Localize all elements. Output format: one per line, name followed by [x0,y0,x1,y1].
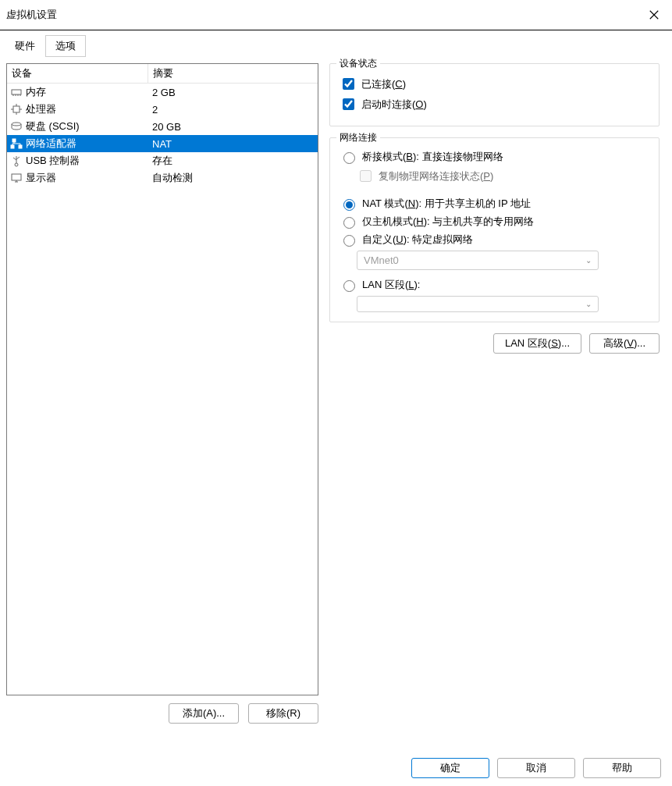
custom-radio[interactable] [343,235,355,247]
lanseg-radio[interactable] [343,280,355,292]
nat-label: NAT 模式(N): 用于共享主机的 IP 地址 [362,197,531,211]
footer-buttons: 确定 取消 帮助 [411,758,661,778]
device-list: 设备 摘要 内存 2 GB 处理器 2 硬盘 (SCSI) 20 GB 网络适配… [6,63,318,695]
lanseg-select: ⌄ [357,296,599,312]
device-name: 处理器 [26,102,148,116]
svg-rect-13 [12,139,16,142]
chevron-down-icon: ⌄ [585,256,592,265]
custom-label: 自定义(U): 特定虚拟网络 [362,233,473,247]
device-row-display[interactable]: 显示器 自动检测 [7,169,318,187]
cancel-button[interactable]: 取消 [497,758,575,778]
window-title: 虚拟机设置 [6,8,57,22]
device-name: 硬盘 (SCSI) [26,119,148,133]
add-button[interactable]: 添加(A)... [169,703,239,724]
right-buttons: LAN 区段(S)... 高级(V)... [329,333,660,354]
header-summary[interactable]: 摘要 [148,64,318,83]
device-name: USB 控制器 [26,154,148,168]
connected-checkbox-row[interactable]: 已连接(C) [340,76,649,92]
svg-point-20 [15,163,18,166]
svg-rect-15 [19,145,22,148]
connect-poweron-label: 启动时连接(O) [361,98,427,112]
custom-vmnet-select: VMnet0 ⌄ [357,251,599,270]
tab-options[interactable]: 选项 [45,35,86,57]
cpu-icon [10,103,23,116]
hostonly-label: 仅主机模式(H): 与主机共享的专用网络 [362,215,534,229]
right-panel: 设备状态 已连接(C) 启动时连接(O) 网络连接 桥接模式(B): 直接连接物… [329,63,666,724]
device-list-header: 设备 摘要 [7,64,318,84]
display-icon [10,172,23,184]
svg-point-12 [12,123,21,126]
network-icon [10,137,23,150]
device-summary: 自动检测 [148,171,318,185]
svg-rect-24 [12,174,21,180]
nat-radio[interactable] [343,199,355,211]
close-icon [649,9,660,20]
left-panel: 设备 摘要 内存 2 GB 处理器 2 硬盘 (SCSI) 20 GB 网络适配… [6,63,318,724]
nat-radio-row[interactable]: NAT 模式(N): 用于共享主机的 IP 地址 [340,197,649,211]
connect-poweron-checkbox[interactable] [343,98,354,110]
replicate-label: 复制物理网络连接状态(P) [379,169,493,183]
device-name: 网络适配器 [26,137,148,151]
connected-checkbox[interactable] [343,78,354,90]
left-buttons: 添加(A)... 移除(R) [6,695,318,724]
device-status-legend: 设备状态 [336,57,380,70]
content: 设备 摘要 内存 2 GB 处理器 2 硬盘 (SCSI) 20 GB 网络适配… [0,57,672,730]
titlebar: 虚拟机设置 [0,0,672,30]
device-row-cpu[interactable]: 处理器 2 [7,101,318,118]
device-summary: 存在 [148,154,318,168]
device-name: 内存 [26,85,148,99]
remove-button[interactable]: 移除(R) [248,703,318,724]
device-row-usb[interactable]: USB 控制器 存在 [7,152,318,169]
lanseg-label: LAN 区段(L): [362,278,420,292]
connected-label: 已连接(C) [361,77,406,91]
device-row-disk[interactable]: 硬盘 (SCSI) 20 GB [7,118,318,135]
device-summary: NAT [148,138,318,150]
close-button[interactable] [636,0,672,30]
svg-rect-2 [12,90,21,94]
tabs: 硬件 选项 [0,30,672,57]
hostonly-radio-row[interactable]: 仅主机模式(H): 与主机共享的专用网络 [340,215,649,229]
custom-vmnet-value: VMnet0 [364,254,399,266]
lan-segments-button[interactable]: LAN 区段(S)... [493,333,581,354]
device-status-group: 设备状态 已连接(C) 启动时连接(O) [329,63,660,126]
device-summary: 2 [148,104,318,116]
replicate-checkbox-row: 复制物理网络连接状态(P) [357,168,649,184]
hostonly-radio[interactable] [343,217,355,229]
svg-line-23 [16,157,20,159]
ok-button[interactable]: 确定 [411,758,489,778]
device-row-network[interactable]: 网络适配器 NAT [7,135,318,152]
svg-rect-14 [11,145,14,148]
header-device[interactable]: 设备 [7,64,148,83]
custom-radio-row[interactable]: 自定义(U): 特定虚拟网络 [340,233,649,247]
connect-poweron-checkbox-row[interactable]: 启动时连接(O) [340,96,649,112]
tab-hardware[interactable]: 硬件 [5,35,45,57]
svg-line-22 [13,158,16,160]
chevron-down-icon: ⌄ [585,300,592,308]
network-connection-group: 网络连接 桥接模式(B): 直接连接物理网络 复制物理网络连接状态(P) NAT… [329,137,660,322]
network-connection-legend: 网络连接 [336,131,380,144]
device-summary: 20 GB [148,121,318,133]
help-button[interactable]: 帮助 [583,758,661,778]
usb-icon [10,155,23,167]
disk-icon [10,120,23,133]
device-name: 显示器 [26,171,148,185]
svg-rect-7 [13,106,20,112]
device-row-memory[interactable]: 内存 2 GB [7,84,318,101]
device-summary: 2 GB [148,87,318,98]
advanced-button[interactable]: 高级(V)... [589,333,660,354]
bridged-label: 桥接模式(B): 直接连接物理网络 [362,150,503,164]
lanseg-radio-row[interactable]: LAN 区段(L): [340,278,649,292]
bridged-radio[interactable] [343,152,355,164]
bridged-radio-row[interactable]: 桥接模式(B): 直接连接物理网络 [340,150,649,164]
memory-icon [10,86,23,98]
replicate-checkbox [360,170,372,182]
